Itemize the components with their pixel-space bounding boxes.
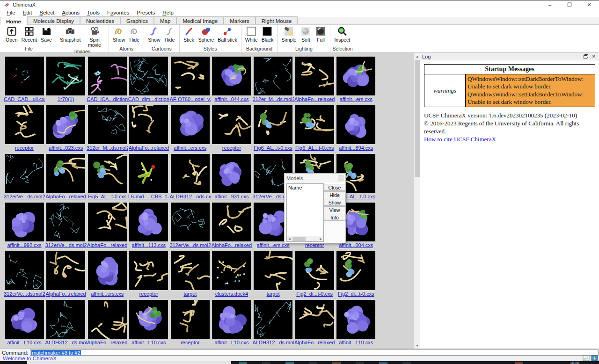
molecule-thumbnail[interactable] xyxy=(46,251,85,290)
molecule-thumbnail[interactable] xyxy=(5,300,44,339)
file-link[interactable]: affinit...ers.cxs xyxy=(174,145,206,151)
molecule-thumbnail[interactable] xyxy=(295,105,334,144)
show-button[interactable]: Show xyxy=(111,25,126,43)
white-button[interactable]: White xyxy=(244,25,259,43)
file-link[interactable]: 312er_M...ds.mol2 xyxy=(253,96,294,102)
molecule-thumbnail[interactable] xyxy=(254,300,292,339)
taskbar-app-icon[interactable] xyxy=(332,362,341,364)
file-link[interactable]: affinit...023.cxs xyxy=(49,145,83,151)
menu-actions[interactable]: Actions xyxy=(58,9,83,16)
tab-graphics[interactable]: Graphics xyxy=(120,16,154,24)
models-view-button[interactable]: View xyxy=(324,206,345,213)
tab-medical-image[interactable]: Medical Image xyxy=(176,16,224,24)
menu-file[interactable]: File xyxy=(3,9,19,16)
snapshot-button[interactable]: Snapshot xyxy=(58,25,82,43)
file-link[interactable]: affinit...ers.cxs xyxy=(340,96,373,102)
molecule-thumbnail[interactable] xyxy=(5,154,44,193)
taskbar-app-icon[interactable] xyxy=(285,362,294,364)
file-link[interactable]: AlphaFo...relaxed xyxy=(87,242,127,248)
file-link[interactable]: CAD_dim...diction xyxy=(128,96,169,102)
molecule-thumbnail[interactable] xyxy=(129,57,168,95)
models-list[interactable]: Name ◄ ► xyxy=(286,183,324,242)
molecule-thumbnail[interactable] xyxy=(171,300,210,339)
menu-presets[interactable]: Presets xyxy=(133,9,159,16)
sphere-button[interactable]: Sphere xyxy=(197,25,216,43)
menu-edit[interactable]: Edit xyxy=(19,9,36,16)
molecule-thumbnail[interactable] xyxy=(88,203,127,241)
menu-favorites[interactable]: Favorites xyxy=(103,9,133,16)
file-link[interactable]: Fig6_AL...t-0.cxs xyxy=(254,145,292,151)
molecule-thumbnail[interactable] xyxy=(46,154,85,193)
molecule-thumbnail[interactable] xyxy=(171,154,210,193)
hide-button[interactable]: Hide xyxy=(127,25,141,43)
ball-stick-button[interactable]: Ball stick xyxy=(216,25,238,43)
soft-button[interactable]: Soft xyxy=(299,25,313,43)
molecule-thumbnail[interactable] xyxy=(295,251,334,290)
log-float-icon[interactable] xyxy=(583,54,589,59)
molecule-thumbnail[interactable] xyxy=(88,57,127,95)
file-link[interactable]: CAD_iCA...diction xyxy=(87,96,128,102)
models-info-button[interactable]: Info xyxy=(324,214,345,221)
models-horizontal-scrollbar[interactable]: ◄ ► xyxy=(287,236,323,241)
file-link[interactable]: AlphaFo...relaxed xyxy=(87,340,127,345)
file-link[interactable]: 1r70(1) xyxy=(58,96,74,102)
tab-molecule-display[interactable]: Molecule Display xyxy=(27,16,80,24)
file-link[interactable]: 312erVe...ds.mol2 xyxy=(4,194,45,199)
file-link[interactable]: L6-mid_...CBS_1-9 xyxy=(128,194,169,199)
taskbar-app-icon[interactable] xyxy=(402,362,411,364)
file-link[interactable]: affinit...894.cxs xyxy=(339,145,373,151)
file-link[interactable]: 312er_M...ds.mol2 xyxy=(87,145,128,151)
file-link[interactable]: affinit...L10.cxs xyxy=(339,340,373,345)
taskbar-app-icon[interactable] xyxy=(515,362,523,364)
molecule-thumbnail[interactable] xyxy=(46,203,85,241)
molecule-thumbnail[interactable] xyxy=(129,105,168,144)
tab-nucleotides[interactable]: Nucleotides xyxy=(80,16,120,24)
molecule-thumbnail[interactable] xyxy=(5,105,44,144)
file-link[interactable]: AlphaFo...relaxed xyxy=(45,291,86,297)
save-button[interactable]: Save xyxy=(39,25,53,43)
molecule-thumbnail[interactable] xyxy=(129,300,168,339)
file-link[interactable]: target xyxy=(183,291,197,297)
log-close-icon[interactable]: ✕ xyxy=(591,54,597,59)
molecule-thumbnail[interactable] xyxy=(171,251,210,290)
taskbar-app-icon[interactable] xyxy=(309,362,317,364)
file-link[interactable]: 312erVe...ds.mol2 xyxy=(45,242,87,248)
molecule-thumbnail[interactable] xyxy=(129,154,168,193)
file-link[interactable]: Fig2_di...t-0.cxs xyxy=(338,291,374,297)
tab-right-mouse[interactable]: Right Mouse xyxy=(256,16,298,24)
file-link[interactable]: affinit...113.cxs xyxy=(132,242,166,248)
molecule-thumbnail[interactable] xyxy=(171,105,210,144)
models-close-icon[interactable] xyxy=(338,175,343,181)
tab-markers[interactable]: Markers xyxy=(224,16,256,24)
molecule-thumbnail[interactable] xyxy=(88,154,127,193)
file-link[interactable]: AlphaFo...relaxed xyxy=(45,194,86,199)
models-hide-button[interactable]: Hide xyxy=(324,191,345,198)
molecule-thumbnail[interactable] xyxy=(212,105,251,144)
molecule-thumbnail[interactable] xyxy=(212,300,251,339)
tab-home[interactable]: Home xyxy=(0,17,27,25)
file-link[interactable]: affinit...931.cxs xyxy=(214,194,248,199)
molecule-thumbnail[interactable] xyxy=(254,105,292,144)
taskbar-search-box[interactable] xyxy=(27,361,231,364)
file-link[interactable]: AlphaFo...relaxed xyxy=(294,340,335,345)
molecule-thumbnail[interactable] xyxy=(46,300,85,339)
models-close-button[interactable]: Close xyxy=(324,184,345,191)
file-link[interactable]: affinit...992.cxs xyxy=(7,242,41,248)
taskbar-app-icon[interactable] xyxy=(262,362,270,364)
molecule-thumbnail[interactable] xyxy=(5,251,44,290)
file-link[interactable]: AlphaFo...relaxed xyxy=(129,145,169,151)
file-link[interactable]: affinit...L10.cxs xyxy=(131,340,166,345)
molecule-thumbnail[interactable] xyxy=(5,57,44,95)
show-button[interactable]: Show xyxy=(146,25,161,43)
browser-scrollbar[interactable]: ▲ ▼ xyxy=(414,53,420,349)
spin-movie-button[interactable]: Spin movie xyxy=(83,25,106,48)
molecule-thumbnail[interactable] xyxy=(171,57,210,95)
hide-button[interactable]: Hide xyxy=(163,25,177,43)
molecule-thumbnail[interactable] xyxy=(295,300,334,339)
file-link[interactable]: Fig6_AL...t-0.cxs xyxy=(295,145,334,151)
menu-tools[interactable]: Tools xyxy=(83,9,103,16)
file-link[interactable]: Fig5_AL...t-0.cxs xyxy=(88,194,127,199)
file-link[interactable]: clusters.dock4 xyxy=(215,291,248,297)
full-button[interactable]: Full xyxy=(314,25,328,43)
molecule-thumbnail[interactable] xyxy=(212,251,251,290)
